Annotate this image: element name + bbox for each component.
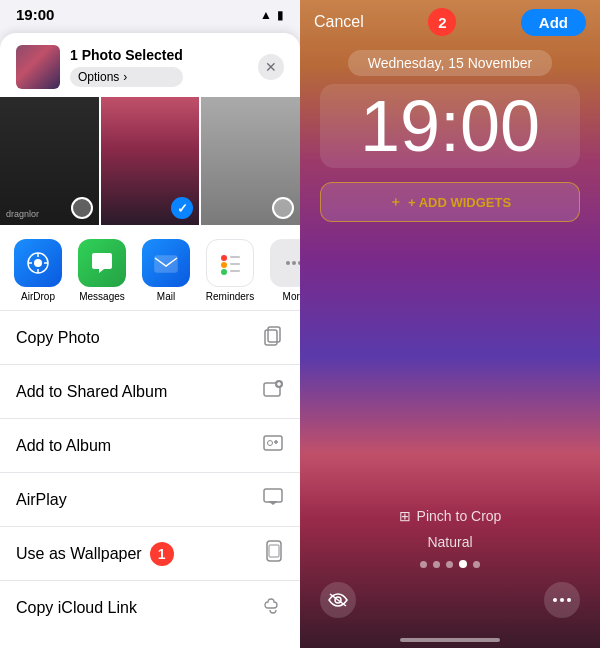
svg-point-34	[567, 598, 571, 602]
select-circle-3[interactable]	[272, 197, 294, 219]
app-row: AirDrop Messages Mail	[0, 227, 300, 311]
right-topbar: Cancel 2 Add	[300, 0, 600, 44]
action-list: Copy Photo Add to Shared Album Add to Al…	[0, 311, 300, 648]
photo-label-1: dragnlor	[6, 209, 39, 219]
add-widgets-button[interactable]: ＋ + ADD WIDGETS	[320, 182, 580, 222]
dot-4-active	[459, 560, 467, 568]
airdrop-label: AirDrop	[21, 291, 55, 302]
copy-photo-label: Copy Photo	[16, 329, 100, 347]
more-icon	[270, 239, 300, 287]
copy-icloud-label: Copy iCloud Link	[16, 599, 137, 617]
svg-rect-12	[230, 270, 240, 272]
action-use-as-wallpaper[interactable]: Use as Wallpaper 1	[0, 527, 300, 581]
status-icons: ▲ ▮	[260, 8, 284, 22]
reminders-icon	[206, 239, 254, 287]
svg-rect-10	[230, 256, 240, 258]
chevron-right-icon: ›	[123, 70, 127, 84]
add-button[interactable]: Add	[521, 9, 586, 36]
eye-slash-icon[interactable]	[320, 582, 356, 618]
lock-date: Wednesday, 15 November	[348, 50, 552, 76]
add-to-album-icon	[262, 432, 284, 459]
action-airplay[interactable]: AirPlay	[0, 473, 300, 527]
plus-icon: ＋	[389, 193, 402, 211]
share-info: 1 Photo Selected Options ›	[70, 47, 183, 87]
options-button[interactable]: Options ›	[70, 67, 183, 87]
status-time: 19:00	[16, 6, 54, 23]
dot-3	[446, 561, 453, 568]
mail-icon	[142, 239, 190, 287]
svg-rect-26	[264, 489, 282, 502]
app-item-more[interactable]: More	[264, 239, 300, 302]
natural-label: Natural	[427, 534, 472, 550]
svg-point-9	[221, 269, 227, 275]
dot-2	[433, 561, 440, 568]
share-header: 1 Photo Selected Options › ✕	[0, 33, 300, 97]
select-circle-1[interactable]	[71, 197, 93, 219]
pinch-crop-hint: ⊞ Pinch to Crop	[399, 508, 502, 524]
dot-1	[420, 561, 427, 568]
lock-time: 19:00	[320, 84, 580, 168]
ellipsis-icon[interactable]	[544, 582, 580, 618]
battery-icon: ▮	[277, 8, 284, 22]
svg-point-7	[221, 255, 227, 261]
svg-point-13	[286, 261, 290, 265]
photo-cell-1[interactable]: dragnlor	[0, 97, 99, 225]
notification-badge: 2	[428, 8, 456, 36]
airplay-label: AirPlay	[16, 491, 67, 509]
lock-screen-content: Wednesday, 15 November 19:00 ＋ + ADD WID…	[300, 50, 600, 222]
share-title: 1 Photo Selected	[70, 47, 183, 63]
action-copy-photo[interactable]: Copy Photo	[0, 311, 300, 365]
more-label: More	[283, 291, 300, 302]
svg-point-1	[34, 259, 42, 267]
app-item-airdrop[interactable]: AirDrop	[8, 239, 68, 302]
bottom-icon-row	[320, 582, 580, 618]
photo-cell-2[interactable]: ✓	[101, 97, 200, 225]
messages-label: Messages	[79, 291, 125, 302]
close-button[interactable]: ✕	[258, 54, 284, 80]
left-panel: 19:00 ▲ ▮ 1 Photo Selected Options › ✕ d…	[0, 0, 300, 648]
svg-marker-27	[268, 501, 278, 505]
svg-point-33	[560, 598, 564, 602]
pinch-crop-icon: ⊞	[399, 508, 411, 524]
action-add-to-album[interactable]: Add to Album	[0, 419, 300, 473]
svg-rect-11	[230, 263, 240, 265]
photo-grid: dragnlor ✓	[0, 97, 300, 227]
app-item-reminders[interactable]: Reminders	[200, 239, 260, 302]
app-item-messages[interactable]: Messages	[72, 239, 132, 302]
svg-rect-29	[269, 545, 279, 557]
cancel-button[interactable]: Cancel	[314, 13, 364, 31]
wallpaper-badge: 1	[150, 542, 174, 566]
status-bar: 19:00 ▲ ▮	[0, 0, 300, 29]
airdrop-icon	[14, 239, 62, 287]
svg-point-32	[553, 598, 557, 602]
svg-point-8	[221, 262, 227, 268]
lock-bottom-controls: ⊞ Pinch to Crop Natural	[300, 508, 600, 618]
photo-cell-3[interactable]	[201, 97, 300, 225]
svg-rect-6	[155, 256, 177, 272]
mail-label: Mail	[157, 291, 175, 302]
checkmark-icon: ✓	[177, 201, 188, 216]
photo-thumbnail	[16, 45, 60, 89]
wallpaper-icon	[264, 540, 284, 567]
select-circle-2[interactable]: ✓	[171, 197, 193, 219]
add-shared-album-icon	[262, 378, 284, 405]
add-shared-album-label: Add to Shared Album	[16, 383, 167, 401]
add-to-album-label: Add to Album	[16, 437, 111, 455]
action-add-shared-album[interactable]: Add to Shared Album	[0, 365, 300, 419]
copy-icloud-icon	[262, 594, 284, 621]
wifi-icon: ▲	[260, 8, 272, 22]
svg-point-14	[292, 261, 296, 265]
use-as-wallpaper-label: Use as Wallpaper	[16, 545, 142, 563]
pinch-crop-label: Pinch to Crop	[417, 508, 502, 524]
airplay-icon	[262, 486, 284, 513]
home-indicator	[400, 638, 500, 642]
dot-5	[473, 561, 480, 568]
add-widgets-label: + ADD WIDGETS	[408, 195, 511, 210]
app-item-mail[interactable]: Mail	[136, 239, 196, 302]
action-copy-icloud[interactable]: Copy iCloud Link	[0, 581, 300, 634]
dots-indicator	[420, 560, 480, 568]
right-panel: Cancel 2 Add Wednesday, 15 November 19:0…	[300, 0, 600, 648]
copy-photo-icon	[262, 324, 284, 351]
reminders-label: Reminders	[206, 291, 254, 302]
wallpaper-item-wrap: Use as Wallpaper 1	[16, 542, 174, 566]
